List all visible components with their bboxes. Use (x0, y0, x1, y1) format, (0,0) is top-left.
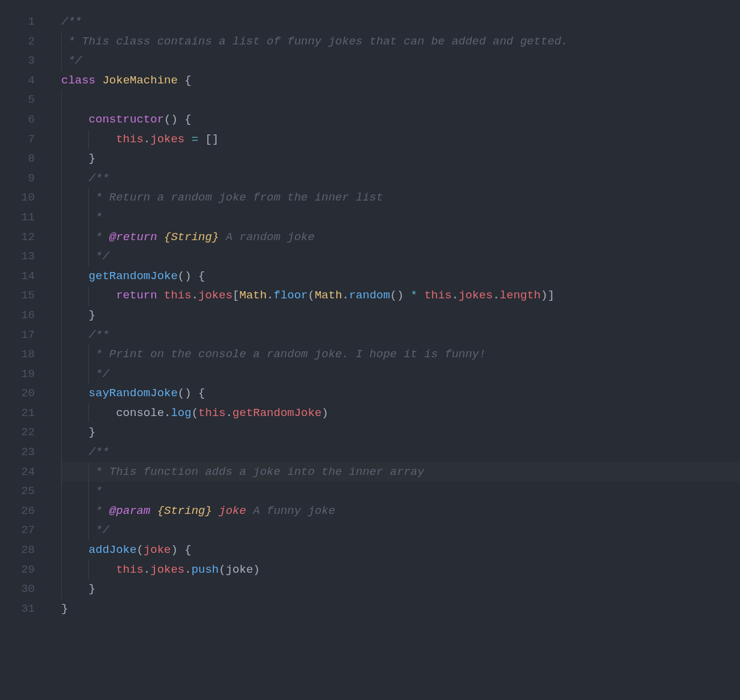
code-line[interactable]: return this.jokes[Math.floor(Math.random… (61, 286, 740, 306)
code-token: } (89, 309, 96, 322)
code-token: class (61, 74, 96, 87)
code-line[interactable]: * This class contains a list of funny jo… (61, 32, 740, 52)
code-token: */ (89, 523, 109, 537)
code-token: () { (164, 113, 192, 126)
code-token: floor (274, 289, 308, 302)
code-token: * (411, 289, 417, 302)
code-token: ) { (171, 543, 191, 557)
code-token: constructor (89, 113, 164, 126)
code-line[interactable]: } (61, 599, 740, 619)
code-token: A random joke (219, 231, 315, 244)
code-token: ) (321, 406, 328, 420)
code-token (184, 133, 191, 146)
code-token: } (89, 582, 96, 596)
code-token: sayRandomJoke (89, 387, 178, 400)
code-token: } (61, 602, 68, 615)
code-token: * (89, 484, 103, 498)
code-line[interactable]: } (61, 579, 740, 599)
code-token: )] (541, 289, 554, 302)
line-number: 9 (0, 169, 35, 189)
line-number: 17 (0, 325, 35, 345)
line-number: 16 (0, 306, 35, 325)
code-token: return (116, 289, 157, 302)
code-token: JokeMachine (102, 74, 177, 87)
line-number: 6 (0, 110, 35, 130)
line-number: 19 (0, 364, 35, 384)
code-line[interactable]: } (61, 149, 740, 169)
line-number: 11 (0, 208, 35, 228)
code-line[interactable]: /** (61, 442, 740, 462)
code-line[interactable]: */ (61, 520, 740, 540)
line-number: 4 (0, 71, 35, 91)
code-line[interactable]: */ (61, 51, 740, 71)
code-token: ( (219, 563, 225, 576)
code-line[interactable]: } (61, 423, 740, 442)
line-number: 10 (0, 188, 35, 208)
code-line[interactable]: * Print on the console a random joke. I … (61, 345, 740, 364)
code-token: @param (109, 504, 150, 517)
code-line[interactable]: * (61, 481, 740, 501)
code-token: push (192, 563, 219, 576)
code-token: joke (226, 563, 253, 576)
code-token: /** (89, 172, 109, 185)
code-line[interactable]: /** (61, 169, 740, 189)
line-number: 25 (0, 481, 35, 501)
code-token: jokes (150, 563, 184, 576)
code-line[interactable]: */ (61, 364, 740, 384)
code-line[interactable]: * Return a random joke from the inner li… (61, 188, 740, 208)
code-line[interactable]: this.jokes.push(joke) (61, 560, 740, 580)
code-line[interactable]: * This function adds a joke into the inn… (61, 462, 740, 482)
line-number: 27 (0, 520, 35, 540)
code-token: /** (89, 445, 109, 459)
line-number: 24 (0, 462, 35, 482)
code-line[interactable]: } (61, 306, 740, 325)
line-number: 14 (0, 267, 35, 286)
code-line[interactable]: getRandomJoke() { (61, 267, 740, 286)
code-token (212, 504, 219, 517)
code-line[interactable]: addJoke(joke) { (61, 540, 740, 560)
code-line[interactable]: console.log(this.getRandomJoke) (61, 403, 740, 423)
line-number: 23 (0, 442, 35, 462)
code-token: jokes (150, 133, 184, 146)
code-token: . (226, 406, 232, 420)
line-number: 20 (0, 384, 35, 403)
code-token: . (184, 563, 191, 576)
line-number: 8 (0, 149, 35, 169)
code-token: joke (219, 504, 246, 517)
code-token: [ (232, 289, 239, 302)
code-token: {String} (164, 231, 219, 244)
code-line[interactable]: this.jokes = [] (61, 130, 740, 149)
code-token: ( (136, 543, 143, 557)
code-line[interactable]: * (61, 208, 740, 228)
code-line[interactable] (61, 90, 740, 110)
code-line[interactable]: constructor() { (61, 110, 740, 130)
line-number: 12 (0, 228, 35, 247)
line-number: 13 (0, 247, 35, 267)
code-token: @return (109, 231, 157, 244)
code-line[interactable]: class JokeMachine { (61, 71, 740, 91)
line-number: 26 (0, 501, 35, 521)
code-token: * This class contains a list of funny jo… (61, 35, 568, 48)
code-editor[interactable]: /** * This class contains a list of funn… (49, 0, 740, 700)
code-token: . (493, 289, 499, 302)
line-number: 2 (0, 32, 35, 52)
code-token: this (116, 133, 144, 146)
code-token: . (144, 133, 150, 146)
code-line[interactable]: /** (61, 325, 740, 345)
code-token: * Return a random joke from the inner li… (89, 191, 383, 204)
line-number: 31 (0, 599, 35, 619)
code-token: * (89, 231, 109, 244)
code-token: * (89, 211, 103, 224)
code-token: this (424, 289, 452, 302)
code-line[interactable]: */ (61, 247, 740, 267)
code-line[interactable]: /** (61, 12, 740, 32)
code-token: */ (89, 367, 109, 381)
code-token: ( (308, 289, 315, 302)
code-line[interactable]: * @return {String} A random joke (61, 228, 740, 247)
code-token: jokes (198, 289, 232, 302)
code-token: . (452, 289, 458, 302)
line-number-gutter: 1 2 3 4 5 6 7 8 9 10 11 12 13 14 15 16 1… (0, 0, 49, 700)
code-line[interactable]: * @param {String} joke A funny joke (61, 501, 740, 521)
code-line[interactable]: sayRandomJoke() { (61, 384, 740, 403)
code-token: getRandomJoke (232, 406, 321, 420)
